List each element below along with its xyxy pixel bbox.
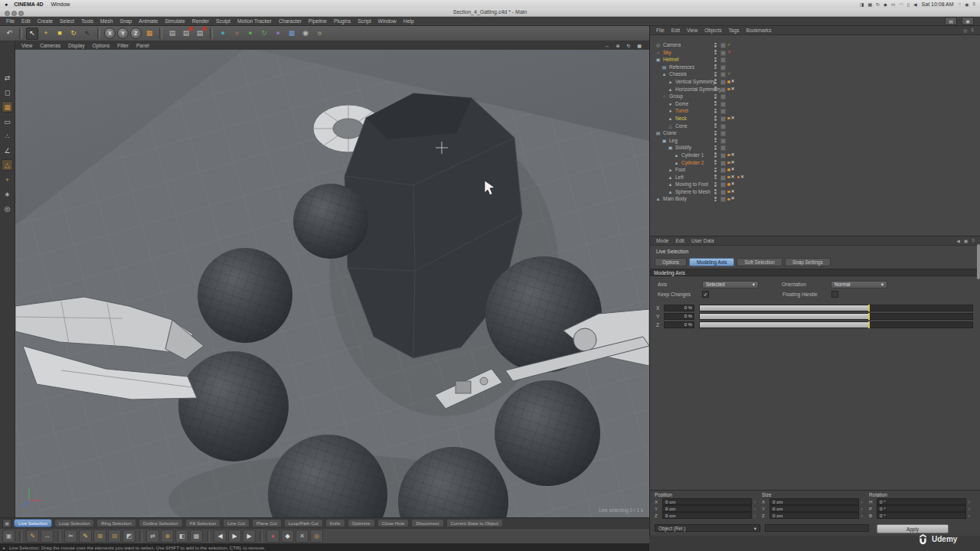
- layer-chip[interactable]: [720, 72, 726, 77]
- tree-item-helmet[interactable]: ▣Helmet: [650, 56, 980, 64]
- tree-item-sphere-to-mesh[interactable]: ▲Sphere to Mesh✕: [650, 188, 980, 196]
- command-knife[interactable]: Knife: [325, 519, 345, 527]
- zoom-view-icon[interactable]: ⊕: [614, 42, 622, 49]
- coords-stepper-icon[interactable]: ↕: [861, 500, 864, 504]
- selection-tag-icon[interactable]: ✕: [727, 115, 735, 122]
- rotate-view-icon[interactable]: ↻: [625, 42, 632, 49]
- mirror-tool-icon[interactable]: ◧: [175, 530, 188, 543]
- visibility-dots[interactable]: [714, 145, 717, 151]
- coords-value-field[interactable]: 0 cm: [662, 505, 752, 512]
- app-menu-create[interactable]: Create: [38, 18, 53, 24]
- slider-handle[interactable]: [868, 321, 870, 328]
- tree-item-main-body[interactable]: ▲Main Body✕: [650, 195, 980, 203]
- visibility-dots[interactable]: [714, 168, 717, 173]
- keyframe-selection-icon[interactable]: ✕: [296, 530, 309, 543]
- tree-item-sky[interactable]: ☼Sky✕: [650, 49, 980, 57]
- tree-item-left[interactable]: ▲Left✕✕: [650, 174, 980, 181]
- coords-stepper-icon[interactable]: ↕: [861, 514, 864, 518]
- coords-value-field[interactable]: 0 cm: [769, 512, 859, 519]
- visibility-dots[interactable]: [714, 109, 717, 114]
- selection-tag-icon[interactable]: ✕: [727, 152, 735, 159]
- app-menu-window[interactable]: Window: [378, 18, 397, 24]
- layer-chip[interactable]: [720, 139, 726, 144]
- tab-options[interactable]: Options: [655, 258, 687, 266]
- tree-item-neck[interactable]: ▲Neck✕: [650, 115, 980, 122]
- slider-value-field[interactable]: 0 %: [664, 321, 694, 328]
- coords-stepper-icon[interactable]: ↕: [861, 507, 864, 511]
- selection-tag-icon[interactable]: ✕: [727, 181, 735, 188]
- app-menu-animate[interactable]: Animate: [139, 18, 158, 24]
- snap-icon[interactable]: ◎: [2, 203, 13, 214]
- am-back-icon[interactable]: ◀: [956, 238, 960, 243]
- viewport-menu-view[interactable]: View: [21, 43, 32, 48]
- keep-changes-checkbox[interactable]: [702, 291, 709, 298]
- viewport-menu-display[interactable]: Display: [68, 43, 85, 48]
- window-titlebar[interactable]: Section_4_Gatling.c4d * - Main: [0, 8, 980, 17]
- enable-axis-icon[interactable]: +: [2, 174, 13, 185]
- viewport-scene[interactable]: [15, 41, 649, 517]
- tree-item-vertical-symmetry[interactable]: ▲Vertical Symmetry✕: [650, 78, 980, 86]
- tree-item-solidify[interactable]: ▣Solidify: [650, 144, 980, 152]
- coords-value-field[interactable]: 0 °: [877, 512, 966, 519]
- layer-chip[interactable]: [720, 43, 726, 48]
- make-editable-icon[interactable]: ⇄: [2, 72, 13, 83]
- coords-value-field[interactable]: 0 °: [877, 505, 966, 512]
- layer-chip[interactable]: [720, 51, 726, 56]
- perspective-viewport[interactable]: ViewCamerasDisplayOptionsFilterPanel ↔⊕↻…: [15, 41, 649, 517]
- pan-view-icon[interactable]: ↔: [603, 42, 611, 49]
- tree-item-crane[interactable]: ▤Crane: [650, 129, 980, 137]
- attribute-scrollbar[interactable]: [977, 244, 980, 279]
- coords-value-field[interactable]: 0 cm: [662, 498, 752, 505]
- add-character-icon[interactable]: ◉: [299, 28, 312, 40]
- spotlight-icon[interactable]: ○: [959, 2, 962, 7]
- slider-track[interactable]: [699, 305, 973, 311]
- tree-item-references[interactable]: ▤References: [650, 64, 980, 71]
- bevel-tool-icon[interactable]: ◩: [122, 530, 136, 543]
- palette-handle-icon[interactable]: ▣: [2, 519, 11, 528]
- am-settings-icon[interactable]: ≡: [972, 238, 975, 243]
- layer-chip[interactable]: [720, 197, 726, 202]
- bluetooth-icon[interactable]: ◆: [884, 2, 887, 7]
- visibility-dots[interactable]: [714, 101, 717, 106]
- bridge-tool-icon[interactable]: ⇄: [146, 530, 159, 543]
- tab-snap-settings[interactable]: Snap Settings: [785, 258, 831, 266]
- app-menu-pipeline[interactable]: Pipeline: [309, 18, 327, 24]
- command-ring-selection[interactable]: Ring Selection: [96, 519, 136, 527]
- selection-tag-icon[interactable]: ✕: [737, 174, 745, 181]
- tree-item-foot[interactable]: ▲Foot✕: [650, 166, 980, 174]
- layer-chip[interactable]: [720, 124, 726, 129]
- selection-paint-icon[interactable]: ✎: [26, 530, 39, 543]
- macos-menu-window[interactable]: Window: [51, 2, 70, 7]
- coords-stepper-icon[interactable]: ↕: [969, 514, 971, 518]
- coords-stepper-icon[interactable]: ↕: [754, 500, 756, 504]
- app-menu-help[interactable]: Help: [403, 18, 414, 24]
- knife-tool-icon[interactable]: ✂: [64, 530, 77, 543]
- siri-icon[interactable]: ◉: [965, 2, 969, 7]
- visibility-dots[interactable]: [714, 197, 717, 202]
- command-loop-selection[interactable]: Loop Selection: [54, 519, 94, 527]
- app-menu-file[interactable]: File: [6, 18, 15, 24]
- add-primitive-icon[interactable]: ●: [217, 28, 229, 40]
- wifi-icon[interactable]: ◠: [899, 2, 903, 7]
- visibility-dots[interactable]: [714, 174, 717, 180]
- menubar-clock[interactable]: Sat 10:08 AM: [922, 2, 954, 7]
- layer-chip[interactable]: [720, 94, 726, 99]
- layer-chip[interactable]: [720, 190, 726, 195]
- record-key-icon[interactable]: ●: [266, 530, 279, 543]
- command-fill-selection[interactable]: Fill Selection: [185, 519, 221, 527]
- command-loop-path-cut[interactable]: Loop/Path Cut: [284, 519, 323, 527]
- workplane-icon[interactable]: ▭: [2, 116, 13, 127]
- layer-chip[interactable]: [720, 182, 726, 187]
- add-light-icon[interactable]: ☼: [313, 28, 325, 40]
- selection-tag-icon[interactable]: ✕: [727, 86, 735, 93]
- app-menu-simulate[interactable]: Simulate: [165, 18, 185, 24]
- tree-item-camera[interactable]: ◎Camera✓: [650, 41, 980, 49]
- coords-value-field[interactable]: 0 cm: [769, 505, 859, 512]
- visibility-dots[interactable]: [714, 138, 717, 143]
- tree-item-leg[interactable]: ▣Leg: [650, 137, 980, 145]
- app-menu-plugins[interactable]: Plugins: [334, 18, 351, 24]
- notification-center-icon[interactable]: ≡: [972, 2, 975, 7]
- visibility-dots[interactable]: [714, 189, 717, 194]
- add-camera-icon[interactable]: ▦: [286, 28, 298, 40]
- layer-chip[interactable]: [720, 109, 726, 114]
